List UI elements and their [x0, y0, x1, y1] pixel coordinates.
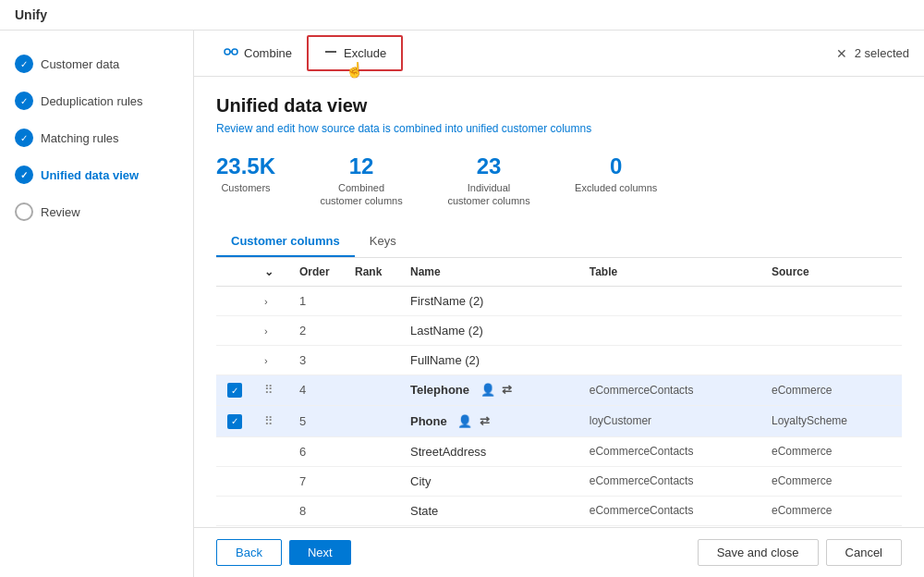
sidebar-item-matching-rules[interactable]: ✓Matching rules [0, 119, 193, 156]
combine-icon [224, 44, 238, 62]
cell-checkbox-1[interactable] [216, 286, 253, 315]
svg-point-0 [225, 49, 230, 55]
cell-name-5: Phone 👤 ⇄ [399, 406, 578, 437]
cell-order-5: 5 [288, 406, 344, 437]
table-row: ›1FirstName (2) [216, 286, 902, 315]
tab-keys[interactable]: Keys [355, 227, 411, 257]
expand-icon[interactable]: › [264, 296, 268, 307]
cell-checkbox-7[interactable] [216, 466, 253, 496]
cell-table-7: eCommerceContacts [578, 466, 760, 496]
cell-checkbox-5[interactable]: ✓ [216, 406, 253, 437]
exclude-button[interactable]: Exclude ☝ [307, 35, 403, 71]
next-button[interactable]: Next [289, 540, 351, 565]
toolbar-right: ✕ 2 selected [836, 46, 909, 61]
expand-icon[interactable]: › [264, 355, 268, 366]
selected-count: 2 selected [855, 46, 909, 60]
sidebar-item-review[interactable]: Review [0, 193, 193, 230]
cell-expand-3[interactable]: › [253, 345, 288, 374]
stat-number-customers: 23.5K [216, 153, 275, 179]
toolbar: Combine Exclude ☝ ✕ 2 selected [194, 31, 924, 77]
cell-table-8: eCommerceContacts [578, 496, 760, 525]
cell-expand-1[interactable]: › [253, 286, 288, 315]
link-icon: ⇄ [480, 414, 490, 428]
th-source: Source [760, 258, 902, 287]
cell-checkbox-6[interactable] [216, 436, 253, 466]
page-subtitle: Review and edit how source data is combi… [216, 122, 902, 135]
cell-order-4: 4 [288, 374, 344, 406]
stat-label-excluded-columns: Excluded columns [575, 181, 657, 194]
cell-name-8: State [399, 496, 578, 525]
sidebar-item-label-review: Review [41, 205, 80, 219]
cell-source-3 [760, 345, 902, 374]
checkbox-checked[interactable]: ✓ [227, 383, 242, 398]
th-rank: Rank [344, 258, 399, 287]
sidebar-item-deduplication-rules[interactable]: ✓Deduplication rules [0, 82, 193, 119]
cell-expand-8 [253, 496, 288, 525]
cursor-indicator: ☝ [346, 61, 364, 79]
row-name-text: Telephone [410, 383, 469, 397]
cell-name-7: City [399, 466, 578, 496]
cell-source-7: eCommerce [760, 466, 902, 496]
cell-rank-1 [344, 286, 399, 315]
cell-table-6: eCommerceContacts [578, 436, 760, 466]
sort-icon: ⌄ [264, 265, 274, 278]
table-row: 8StateeCommerceContactseCommerce [216, 496, 902, 525]
step-circle-customer-data: ✓ [15, 55, 33, 73]
exclude-icon [323, 44, 338, 62]
stat-label-combined-columns: Combined customer columns [320, 181, 403, 208]
main-layout: ✓Customer data✓Deduplication rules✓Match… [0, 31, 924, 577]
cancel-button[interactable]: Cancel [826, 539, 902, 566]
cell-order-8: 8 [288, 496, 344, 525]
cell-name-2: LastName (2) [399, 315, 578, 345]
cell-order-6: 6 [288, 436, 344, 466]
cell-table-3 [578, 345, 760, 374]
content-area: Combine Exclude ☝ ✕ 2 selected [194, 31, 924, 577]
save-close-button[interactable]: Save and close [698, 539, 819, 566]
th-order: Order [288, 258, 344, 287]
cell-name-4: Telephone 👤 ⇄ [399, 374, 578, 406]
cell-expand-2[interactable]: › [253, 315, 288, 345]
cell-checkbox-4[interactable]: ✓ [216, 374, 253, 406]
exclude-label: Exclude [344, 46, 386, 60]
cell-rank-6 [344, 436, 399, 466]
checkbox-checked[interactable]: ✓ [227, 414, 242, 429]
stat-number-combined-columns: 12 [320, 153, 403, 179]
data-table: ⌄ Order Rank Name Table Source ›1FirstNa… [216, 258, 902, 526]
sidebar-item-label-matching-rules: Matching rules [41, 131, 119, 145]
drag-icon[interactable]: ⠿ [264, 414, 274, 428]
sidebar: ✓Customer data✓Deduplication rules✓Match… [0, 31, 194, 577]
tab-bar: Customer columnsKeys [216, 227, 902, 258]
sidebar-item-unified-data-view[interactable]: ✓Unified data view [0, 156, 193, 193]
sidebar-item-label-deduplication-rules: Deduplication rules [41, 94, 143, 108]
step-circle-review [15, 203, 33, 221]
cell-checkbox-3[interactable] [216, 345, 253, 374]
cell-rank-2 [344, 315, 399, 345]
page-title: Unified data view [216, 95, 902, 117]
table-row: ›3FullName (2) [216, 345, 902, 374]
cell-rank-8 [344, 496, 399, 525]
cell-rank-5 [344, 406, 399, 437]
cell-table-5: loyCustomer [578, 406, 760, 437]
combine-button[interactable]: Combine [209, 37, 307, 69]
sidebar-item-label-customer-data: Customer data [41, 57, 119, 71]
footer: Back Next Save and close Cancel [194, 527, 924, 577]
cell-expand-6 [253, 436, 288, 466]
stat-individual-columns: 23Individual customer columns [447, 153, 530, 208]
cell-name-3: FullName (2) [399, 345, 578, 374]
tab-customer-columns[interactable]: Customer columns [216, 227, 355, 257]
drag-icon[interactable]: ⠿ [264, 383, 274, 397]
table-row: 7CityeCommerceContactseCommerce [216, 466, 902, 496]
sidebar-item-label-unified-data-view: Unified data view [41, 168, 139, 182]
th-checkbox [216, 258, 253, 287]
table-row: ✓⠿4Telephone 👤 ⇄eCommerceContactseCommer… [216, 374, 902, 406]
cell-table-4: eCommerceContacts [578, 374, 760, 406]
person-icon: 👤 [457, 414, 472, 428]
table-row: ✓⠿5Phone 👤 ⇄loyCustomerLoyaltyScheme [216, 406, 902, 437]
table-row: 6StreetAddresseCommerceContactseCommerce [216, 436, 902, 466]
cell-checkbox-2[interactable] [216, 315, 253, 345]
cell-checkbox-8[interactable] [216, 496, 253, 525]
back-button[interactable]: Back [216, 539, 282, 566]
expand-icon[interactable]: › [264, 325, 268, 337]
row-name-text: Phone [410, 414, 447, 428]
sidebar-item-customer-data[interactable]: ✓Customer data [0, 45, 193, 82]
